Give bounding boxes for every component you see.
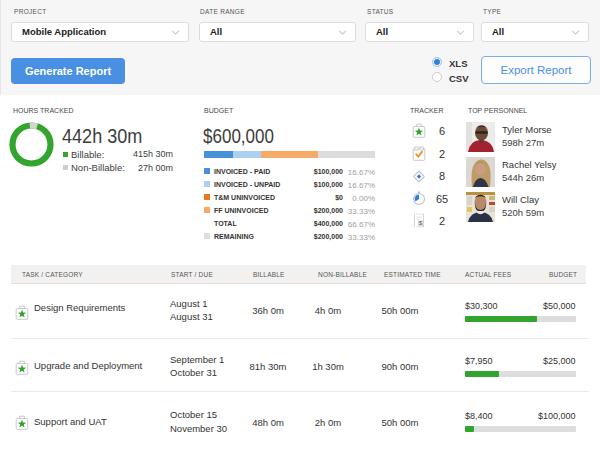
svg-text:$: $ — [419, 220, 422, 226]
